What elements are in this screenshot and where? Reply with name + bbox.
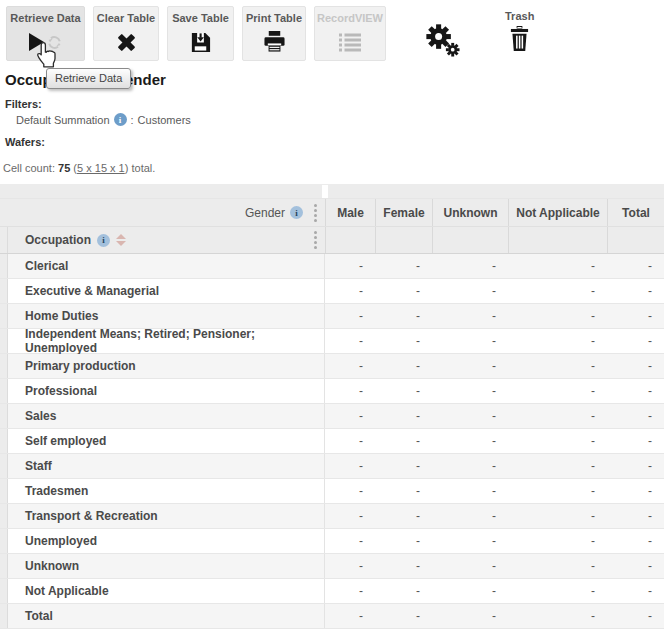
cell-count-line: Cell count: 75 (5 x 15 x 1) total.: [3, 162, 664, 174]
table-row: Primary production - - - - -: [0, 354, 664, 379]
table-cell: -: [325, 404, 375, 428]
table-cell: -: [325, 429, 375, 453]
table-row: Clerical - - - - -: [0, 254, 664, 279]
row-label: Unemployed: [8, 529, 325, 553]
row-gutter: [0, 227, 8, 253]
table-cell: -: [508, 554, 607, 578]
table-cell: -: [607, 429, 664, 453]
column-dimension-row: Gender i Male Female Unknown Not Applica…: [0, 198, 664, 226]
info-icon[interactable]: i: [114, 113, 127, 126]
row-gutter: [0, 329, 8, 353]
table-cell: -: [607, 404, 664, 428]
row-label: Unknown: [8, 554, 325, 578]
table-cell: -: [325, 354, 375, 378]
save-table-button[interactable]: Save Table: [167, 6, 234, 61]
table-cell: -: [607, 479, 664, 503]
print-table-button[interactable]: Print Table: [242, 6, 306, 61]
cell-count-prefix: Cell count:: [3, 162, 55, 174]
row-label: Independent Means; Retired; Pensioner; U…: [8, 329, 325, 353]
table-cell: -: [375, 354, 432, 378]
table-cell: -: [375, 604, 432, 628]
sort-icon[interactable]: [116, 234, 126, 246]
table-cell: -: [375, 304, 432, 328]
row-label: Professional: [8, 379, 325, 403]
print-table-label: Print Table: [246, 12, 302, 24]
filters-section: Filters: Default Summation i : Customers: [5, 98, 664, 126]
table-row: Home Duties - - - - -: [0, 304, 664, 329]
table-cell: -: [325, 554, 375, 578]
row-label: Executive & Managerial: [8, 279, 325, 303]
table-cell: -: [325, 329, 375, 353]
table-cell: -: [375, 379, 432, 403]
row-gutter: [0, 379, 8, 403]
table-cell: -: [508, 429, 607, 453]
table-cell: -: [375, 554, 432, 578]
info-icon[interactable]: i: [290, 206, 303, 219]
row-gutter: [0, 504, 8, 528]
clear-table-label: Clear Table: [97, 12, 156, 24]
table-body: Clerical - - - - - Executive & Manageria…: [0, 254, 664, 629]
table-cell: -: [375, 329, 432, 353]
row-label: Primary production: [8, 354, 325, 378]
column-header-total: Total: [607, 199, 664, 226]
table-cell: -: [325, 379, 375, 403]
table-row: Tradesmen - - - - -: [0, 479, 664, 504]
table-cell: -: [325, 479, 375, 503]
table-cell: -: [508, 504, 607, 528]
column-dimension-label: Gender: [245, 206, 285, 220]
column-header-not-applicable: Not Applicable: [508, 199, 607, 226]
table-cell: -: [325, 504, 375, 528]
recordview-label: RecordVIEW: [317, 12, 383, 24]
table-cell: -: [375, 479, 432, 503]
table-cell: -: [432, 604, 508, 628]
save-table-label: Save Table: [172, 12, 229, 24]
print-icon: [263, 31, 286, 53]
table-cell: -: [508, 379, 607, 403]
trash-label: Trash: [505, 10, 534, 22]
table-cell: -: [432, 504, 508, 528]
drag-handle-icon[interactable]: [314, 204, 317, 222]
trash-dropzone[interactable]: Trash: [505, 10, 534, 52]
pane-gap: [322, 185, 328, 198]
table-cell: -: [325, 604, 375, 628]
table-cell: -: [432, 429, 508, 453]
list-icon: [339, 33, 361, 52]
table-cell: -: [607, 579, 664, 603]
row-gutter: [0, 579, 8, 603]
table-cell: -: [432, 479, 508, 503]
table-cell: -: [375, 404, 432, 428]
table-cell: -: [325, 254, 375, 278]
table-cell: -: [432, 329, 508, 353]
crosstab-table: Gender i Male Female Unknown Not Applica…: [0, 184, 664, 629]
clear-table-button[interactable]: Clear Table: [93, 6, 159, 61]
table-cell: -: [325, 454, 375, 478]
table-cell: -: [375, 504, 432, 528]
table-row: Self employed - - - - -: [0, 429, 664, 454]
row-label: Transport & Recreation: [8, 504, 325, 528]
table-cell: -: [432, 379, 508, 403]
table-cell: -: [432, 304, 508, 328]
table-cell: -: [607, 454, 664, 478]
table-cell: -: [375, 579, 432, 603]
row-label: Not Applicable: [8, 579, 325, 603]
info-icon[interactable]: i: [97, 234, 110, 247]
table-cell: -: [432, 554, 508, 578]
row-gutter: [0, 454, 8, 478]
tooltip: Retrieve Data: [46, 68, 131, 89]
table-row: Independent Means; Retired; Pensioner; U…: [0, 329, 664, 354]
settings-gears-icon[interactable]: [424, 22, 461, 61]
table-row: Unknown - - - - -: [0, 554, 664, 579]
drag-handle-icon[interactable]: [314, 231, 317, 249]
table-cell: -: [607, 379, 664, 403]
table-cell: -: [607, 354, 664, 378]
table-cell: -: [607, 604, 664, 628]
cell-count-link[interactable]: 5 x 15 x 1: [77, 162, 125, 174]
row-label: Sales: [8, 404, 325, 428]
column-header-female: Female: [375, 199, 432, 226]
filter-name: Default Summation: [16, 114, 110, 126]
retrieve-data-label: Retrieve Data: [10, 12, 80, 24]
row-dimension-row: Occupation i: [0, 226, 664, 254]
table-cell: -: [375, 454, 432, 478]
row-label: Tradesmen: [8, 479, 325, 503]
filter-item: Default Summation i : Customers: [16, 113, 664, 126]
